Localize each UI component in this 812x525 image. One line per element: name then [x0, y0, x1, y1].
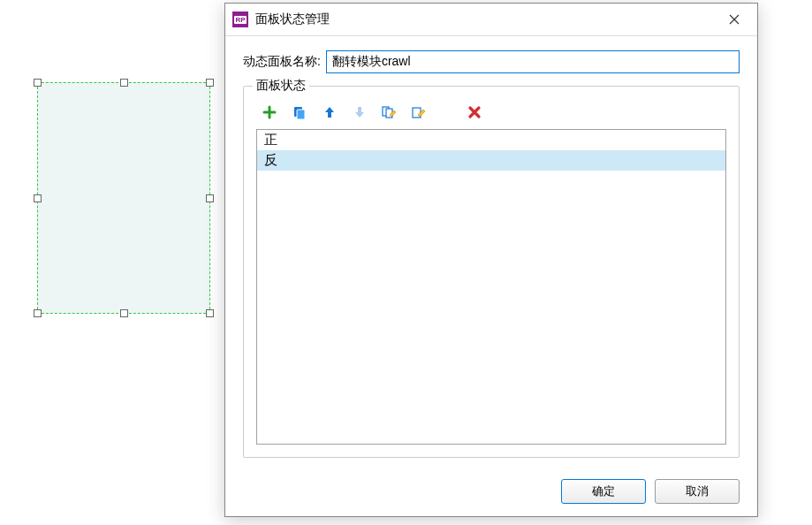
edit-state-button[interactable] [412, 104, 428, 120]
close-icon [729, 14, 740, 25]
duplicate-state-button[interactable] [292, 104, 307, 120]
state-list-item[interactable]: 正 [257, 130, 725, 150]
canvas-dynamic-panel[interactable] [37, 82, 210, 314]
resize-handle-top-middle[interactable] [120, 79, 128, 87]
arrow-up-icon [323, 105, 337, 119]
panel-name-label: 动态面板名称: [243, 54, 321, 70]
add-state-button[interactable] [262, 104, 277, 120]
resize-handle-bottom-left[interactable] [34, 309, 42, 317]
state-list-item[interactable]: 反 [257, 150, 725, 171]
resize-handle-middle-left[interactable] [34, 194, 42, 202]
delete-state-button[interactable] [467, 104, 482, 120]
close-button[interactable] [718, 7, 750, 32]
resize-handle-top-right[interactable] [206, 79, 214, 87]
panel-state-manager-dialog: RP 面板状态管理 动态面板名称: 面板状态 [224, 3, 758, 517]
duplicate-icon [292, 105, 307, 119]
arrow-down-icon [353, 105, 367, 119]
move-down-button[interactable] [352, 104, 368, 120]
delete-icon [467, 105, 482, 119]
resize-handle-bottom-middle[interactable] [120, 309, 128, 317]
state-list[interactable]: 正 反 [256, 129, 726, 445]
panel-name-input[interactable] [326, 50, 740, 73]
plus-icon [262, 105, 277, 119]
states-group-label: 面板状态 [253, 78, 309, 94]
edit-all-states-button[interactable] [382, 104, 398, 120]
edit-state-icon [412, 105, 428, 119]
states-toolbar [256, 99, 726, 129]
edit-all-icon [382, 105, 398, 119]
cancel-button[interactable]: 取消 [655, 479, 740, 504]
resize-handle-top-left[interactable] [34, 79, 42, 87]
svg-rect-1 [297, 110, 305, 119]
dialog-title: 面板状态管理 [255, 11, 718, 27]
resize-handle-middle-right[interactable] [206, 194, 214, 202]
move-up-button[interactable] [322, 104, 338, 120]
resize-handle-bottom-right[interactable] [206, 309, 214, 317]
app-icon: RP [232, 11, 248, 27]
ok-button[interactable]: 确定 [561, 479, 646, 504]
dialog-titlebar[interactable]: RP 面板状态管理 [225, 4, 757, 36]
